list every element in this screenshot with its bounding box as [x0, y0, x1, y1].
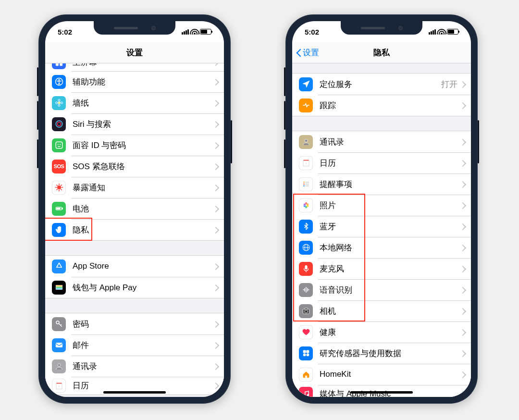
phone-frame-right: 5:02 设置 隐私 定位服务打开跟踪通讯录1日历提醒事项照片蓝牙本地网络麦克风…: [285, 14, 478, 404]
row-label: SOS 紧急联络: [73, 161, 213, 172]
svg-rect-32: [56, 343, 62, 347]
battery-icon: [447, 29, 458, 35]
screen-left: 5:02 设置 主屏幕辅助功能墙纸Siri 与搜索面容 ID 与密码SOSSOS…: [45, 21, 224, 397]
row-label: HomeKit: [320, 370, 460, 379]
notch: [341, 21, 422, 35]
row-wallpaper[interactable]: 墙纸: [45, 92, 224, 113]
chevron-right-icon: [460, 266, 464, 272]
sos-icon: SOS: [52, 160, 66, 173]
svg-line-23: [56, 189, 57, 190]
svg-point-16: [57, 185, 61, 189]
page-title: 隐私: [373, 47, 390, 58]
home-indicator[interactable]: [103, 391, 166, 394]
contacts-icon: [299, 135, 313, 149]
row-mic[interactable]: 麦克风: [292, 258, 471, 279]
svg-rect-59: [305, 308, 308, 309]
chevron-right-icon: [460, 181, 464, 187]
chevron-right-icon: [213, 163, 217, 170]
row-camera[interactable]: 相机: [292, 300, 471, 321]
row-label: 提醒事项: [320, 179, 460, 190]
back-button[interactable]: 设置: [296, 42, 319, 63]
row-faceid[interactable]: 面容 ID 与密码: [45, 135, 224, 156]
row-exposure[interactable]: 暴露通知: [45, 177, 224, 198]
row-wallet[interactable]: 钱包与 Apple Pay: [45, 277, 224, 298]
bt-icon: [299, 220, 313, 234]
chevron-right-icon: [213, 342, 217, 348]
privacy-list[interactable]: 定位服务打开跟踪通讯录1日历提醒事项照片蓝牙本地网络麦克风语音识别相机健康研究传…: [292, 63, 471, 397]
row-label: 蓝牙: [320, 221, 460, 232]
chevron-right-icon: [460, 308, 464, 314]
chevron-right-icon: [460, 202, 464, 209]
row-homekit[interactable]: HomeKit: [292, 364, 471, 385]
settings-list[interactable]: 主屏幕辅助功能墙纸Siri 与搜索面容 ID 与密码SOSSOS 紧急联络暴露通…: [45, 63, 224, 397]
row-label: 研究传感器与使用数据: [320, 348, 460, 359]
row-photos[interactable]: 照片: [292, 195, 471, 216]
svg-point-12: [57, 122, 61, 126]
svg-rect-60: [303, 350, 306, 353]
wave-icon: [299, 283, 313, 297]
row-passwords[interactable]: 密码: [45, 313, 224, 334]
chevron-right-icon: [213, 263, 217, 270]
svg-point-11: [56, 121, 62, 127]
mic-icon: [299, 262, 313, 276]
svg-point-64: [303, 395, 305, 397]
camera-icon: [299, 304, 313, 318]
row-label: 语音识别: [320, 284, 460, 296]
status-indicators: [182, 29, 211, 35]
row-label: 邮件: [73, 340, 213, 351]
wallet-icon: [52, 281, 66, 295]
svg-line-21: [56, 185, 57, 186]
svg-point-43: [303, 185, 305, 186]
row-research[interactable]: 研究传感器与使用数据: [292, 343, 471, 364]
home-indicator[interactable]: [350, 391, 413, 394]
row-label: 日历: [73, 380, 213, 391]
flower-icon: [52, 96, 66, 110]
contacts-icon: [52, 359, 66, 373]
chevron-right-icon: [460, 350, 464, 357]
row-battery[interactable]: 电池: [45, 198, 224, 219]
chevron-right-icon: [213, 121, 217, 127]
row-label: 定位服务: [320, 79, 441, 90]
row-siri[interactable]: Siri 与搜索: [45, 113, 224, 135]
svg-point-42: [303, 184, 305, 185]
chevron-right-icon: [460, 391, 464, 397]
battery-icon: [52, 202, 66, 216]
screen-right: 5:02 设置 隐私 定位服务打开跟踪通讯录1日历提醒事项照片蓝牙本地网络麦克风…: [292, 21, 471, 397]
chevron-right-icon: [460, 102, 464, 109]
siri-icon: [52, 117, 66, 131]
svg-point-10: [61, 102, 63, 104]
list-icon: [299, 177, 313, 191]
svg-line-22: [61, 189, 62, 190]
cal-icon: 1: [52, 379, 66, 393]
row-accessibility[interactable]: 辅助功能: [45, 71, 224, 92]
home-icon: [299, 368, 313, 382]
cell-signal-icon: [182, 29, 189, 35]
svg-point-33: [58, 364, 61, 367]
row-localnet[interactable]: 本地网络: [292, 237, 471, 258]
chevron-right-icon: [460, 81, 464, 87]
row-reminders[interactable]: 提醒事项: [292, 173, 471, 195]
row-location[interactable]: 定位服务打开: [292, 74, 471, 95]
row-privacy[interactable]: 隐私: [45, 219, 224, 240]
row-contacts[interactable]: 通讯录: [45, 356, 224, 377]
row-speech[interactable]: 语音识别: [292, 279, 471, 300]
chevron-right-icon: [213, 63, 217, 65]
row-health[interactable]: 健康: [292, 321, 471, 343]
notch: [94, 21, 175, 35]
svg-point-37: [305, 139, 308, 142]
chevron-right-icon: [460, 287, 464, 293]
hand-icon: [52, 223, 66, 237]
chevron-right-icon: [213, 321, 217, 327]
row-calendar2[interactable]: 1日历: [292, 152, 471, 173]
row-homescreen[interactable]: 主屏幕: [45, 63, 224, 71]
row-mail[interactable]: 邮件: [45, 334, 224, 356]
row-contacts2[interactable]: 通讯录: [292, 131, 471, 152]
photos-icon: [299, 198, 313, 212]
row-label: 本地网络: [320, 242, 460, 253]
nav-bar: 设置: [45, 42, 224, 63]
row-sos[interactable]: SOSSOS 紧急联络: [45, 156, 224, 177]
row-tracking[interactable]: 跟踪: [292, 95, 471, 116]
row-bluetooth[interactable]: 蓝牙: [292, 216, 471, 237]
row-appstore[interactable]: App Store: [45, 256, 224, 277]
row-label: 照片: [320, 200, 460, 211]
